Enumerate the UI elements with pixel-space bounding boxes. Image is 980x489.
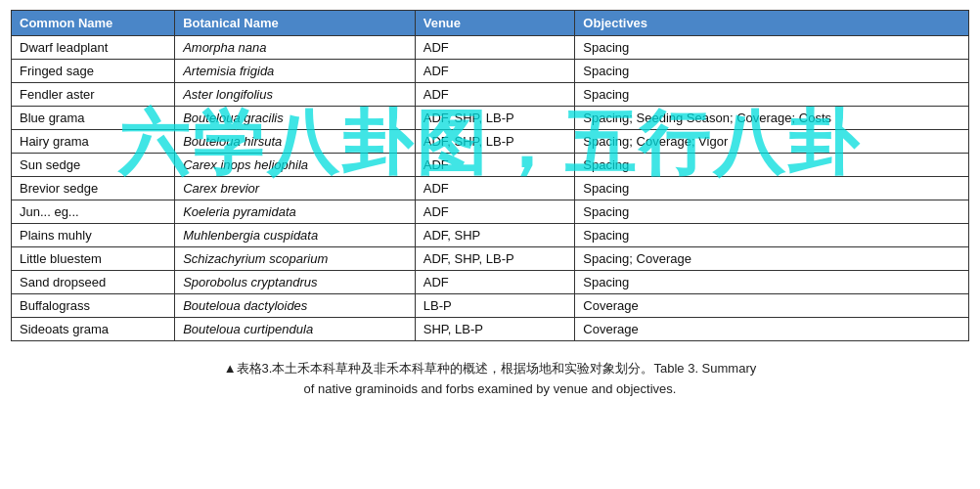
table-cell: Schizachyrium scoparium bbox=[175, 247, 416, 271]
table-cell: Hairy grama bbox=[12, 130, 175, 154]
table-row: Fendler asterAster longifoliusADFSpacing bbox=[12, 83, 969, 107]
table-cell: Bouteloua dactyloides bbox=[175, 294, 416, 318]
table-cell: Spacing; Coverage bbox=[575, 247, 969, 271]
table-cell: Spacing bbox=[575, 177, 969, 200]
table-cell: Little bluestem bbox=[12, 247, 175, 271]
table-cell: Spacing bbox=[575, 271, 969, 294]
main-container: Common Name Botanical Name Venue Objecti… bbox=[11, 10, 969, 341]
table-cell: Bouteloua curtipendula bbox=[175, 318, 416, 341]
table-cell: Sideoats grama bbox=[12, 318, 175, 341]
table-cell: Spacing; Coverage; Vigor bbox=[575, 130, 969, 154]
table-cell: Aster longifolius bbox=[175, 83, 416, 107]
table-row: Jun... eg...Koeleria pyramidataADFSpacin… bbox=[12, 200, 969, 224]
table-row: Dwarf leadplantAmorpha nanaADFSpacing bbox=[12, 36, 969, 60]
table-row: Blue gramaBouteloua gracilisADF, SHP, LB… bbox=[12, 107, 969, 130]
table-cell: Plains muhly bbox=[12, 224, 175, 247]
table-cell: Dwarf leadplant bbox=[12, 36, 175, 60]
table-cell: Sand dropseed bbox=[12, 271, 175, 294]
table-cell: ADF, SHP, LB-P bbox=[415, 107, 575, 130]
data-table: Common Name Botanical Name Venue Objecti… bbox=[11, 10, 969, 341]
table-cell: ADF, SHP bbox=[415, 224, 575, 247]
col-header-common-name: Common Name bbox=[12, 11, 175, 36]
table-cell: Fendler aster bbox=[12, 83, 175, 107]
table-cell: Spacing bbox=[575, 154, 969, 177]
table-cell: Carex brevior bbox=[175, 177, 416, 200]
table-cell: ADF bbox=[415, 154, 575, 177]
table-cell: Spacing bbox=[575, 224, 969, 247]
table-cell: Fringed sage bbox=[12, 60, 175, 83]
table-cell: ADF bbox=[415, 83, 575, 107]
table-cell: Spacing bbox=[575, 200, 969, 224]
table-cell: ADF bbox=[415, 200, 575, 224]
table-cell: Jun... eg... bbox=[12, 200, 175, 224]
table-row: Sideoats gramaBouteloua curtipendulaSHP,… bbox=[12, 318, 969, 341]
caption-line2: of native graminoids and forbs examined … bbox=[29, 379, 951, 400]
table-cell: SHP, LB-P bbox=[415, 318, 575, 341]
table-cell: ADF, SHP, LB-P bbox=[415, 247, 575, 271]
table-row: BuffalograssBouteloua dactyloidesLB-PCov… bbox=[12, 294, 969, 318]
table-cell: Spacing; Seeding Season; Coverage; Costs bbox=[575, 107, 969, 130]
col-header-objectives: Objectives bbox=[575, 11, 969, 36]
table-cell: Spacing bbox=[575, 60, 969, 83]
table-row: Fringed sageArtemisia frigidaADFSpacing bbox=[12, 60, 969, 83]
col-header-venue: Venue bbox=[415, 11, 575, 36]
table-row: Plains muhlyMuhlenbergia cuspidataADF, S… bbox=[12, 224, 969, 247]
table-cell: Bouteloua hirsuta bbox=[175, 130, 416, 154]
table-row: Little bluestemSchizachyrium scopariumAD… bbox=[12, 247, 969, 271]
table-cell: Bouteloua gracilis bbox=[175, 107, 416, 130]
table-cell: Buffalograss bbox=[12, 294, 175, 318]
table-cell: Artemisia frigida bbox=[175, 60, 416, 83]
table-cell: Sporobolus cryptandrus bbox=[175, 271, 416, 294]
col-header-botanical-name: Botanical Name bbox=[175, 11, 416, 36]
table-header-row: Common Name Botanical Name Venue Objecti… bbox=[12, 11, 969, 36]
table-cell: Spacing bbox=[575, 36, 969, 60]
table-cell: Sun sedge bbox=[12, 154, 175, 177]
table-caption: ▲表格3.本土禾本科草种及非禾本科草种的概述，根据场地和实验对象划分。Table… bbox=[10, 359, 970, 400]
table-row: Brevior sedgeCarex breviorADFSpacing bbox=[12, 177, 969, 200]
table-cell: Spacing bbox=[575, 83, 969, 107]
table-row: Sun sedgeCarex inops heliophilaADFSpacin… bbox=[12, 154, 969, 177]
table-row: Hairy gramaBouteloua hirsutaADF, SHP, LB… bbox=[12, 130, 969, 154]
table-cell: ADF bbox=[415, 177, 575, 200]
table-cell: Coverage bbox=[575, 318, 969, 341]
table-cell: ADF bbox=[415, 36, 575, 60]
table-cell: Koeleria pyramidata bbox=[175, 200, 416, 224]
table-cell: ADF bbox=[415, 60, 575, 83]
table-cell: Carex inops heliophila bbox=[175, 154, 416, 177]
table-cell: Blue grama bbox=[12, 107, 175, 130]
table-cell: LB-P bbox=[415, 294, 575, 318]
table-cell: Coverage bbox=[575, 294, 969, 318]
table-cell: Muhlenbergia cuspidata bbox=[175, 224, 416, 247]
table-cell: Amorpha nana bbox=[175, 36, 416, 60]
table-row: Sand dropseedSporobolus cryptandrusADFSp… bbox=[12, 271, 969, 294]
table-cell: ADF bbox=[415, 271, 575, 294]
table-cell: Brevior sedge bbox=[12, 177, 175, 200]
table-cell: ADF, SHP, LB-P bbox=[415, 130, 575, 154]
caption-line1: ▲表格3.本土禾本科草种及非禾本科草种的概述，根据场地和实验对象划分。Table… bbox=[29, 359, 951, 379]
